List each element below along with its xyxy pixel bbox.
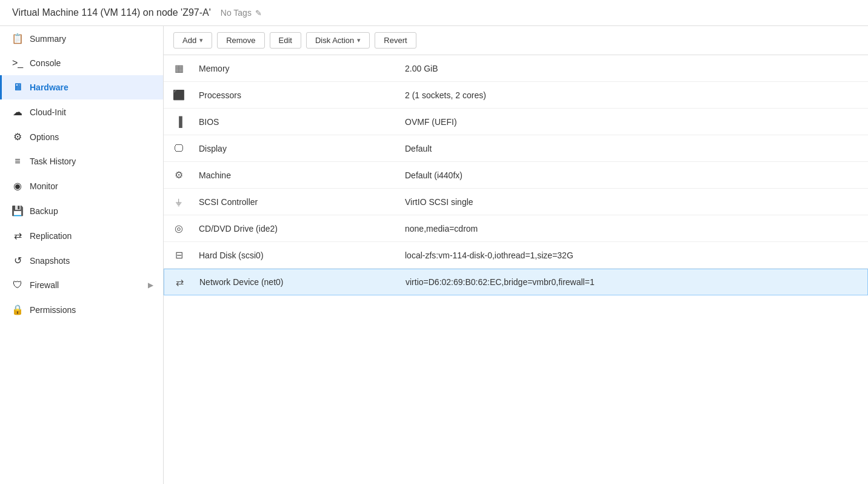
hardware-row-network-device[interactable]: ⇄Network Device (net0)virtio=D6:02:69:B0… — [164, 269, 868, 295]
sidebar-item-snapshots[interactable]: ↺Snapshots — [0, 248, 163, 273]
remove-button[interactable]: Remove — [217, 32, 264, 49]
replication-icon: ⇄ — [12, 230, 24, 241]
hardware-row-processors[interactable]: ⬛Processors2 (1 sockets, 2 cores) — [164, 82, 868, 109]
hardware-table: ▦Memory2.00 GiB⬛Processors2 (1 sockets, … — [164, 55, 868, 484]
add-dropdown-arrow: ▾ — [199, 36, 203, 44]
bios-row-name: BIOS — [194, 111, 400, 133]
scsi-controller-row-name: SCSI Controller — [194, 191, 400, 213]
summary-icon: 📋 — [12, 33, 24, 44]
tags-label: No Tags — [221, 8, 252, 18]
sidebar-item-label-snapshots: Snapshots — [30, 256, 70, 266]
cdvd-drive-row-icon: ◎ — [164, 223, 194, 234]
monitor-icon: ◉ — [12, 180, 24, 192]
sidebar-item-backup[interactable]: 💾Backup — [0, 198, 163, 223]
main-layout: 📋Summary>_Console🖥Hardware☁Cloud-Init⚙Op… — [0, 26, 868, 484]
disk-action-dropdown-arrow: ▾ — [357, 36, 361, 44]
content-area: Add ▾ Remove Edit Disk Action ▾ Revert ▦… — [164, 26, 868, 484]
permissions-icon: 🔒 — [12, 304, 24, 315]
bios-row-value: OVMF (UEFI) — [400, 111, 868, 133]
sidebar-item-firewall[interactable]: 🛡Firewall▶ — [0, 273, 163, 297]
console-icon: >_ — [12, 58, 24, 69]
edit-button[interactable]: Edit — [270, 32, 301, 49]
hardware-row-bios[interactable]: ▐BIOSOVMF (UEFI) — [164, 109, 868, 135]
sidebar-item-label-console: Console — [30, 58, 61, 68]
sidebar-item-label-backup: Backup — [30, 206, 58, 216]
hardware-row-cdvd-drive[interactable]: ◎CD/DVD Drive (ide2)none,media=cdrom — [164, 215, 868, 242]
machine-row-icon: ⚙ — [164, 169, 194, 181]
options-icon: ⚙ — [12, 131, 24, 143]
revert-button[interactable]: Revert — [375, 32, 416, 49]
add-button[interactable]: Add ▾ — [173, 32, 212, 49]
network-device-row-name: Network Device (net0) — [195, 271, 401, 293]
firewall-expand-arrow: ▶ — [148, 281, 153, 289]
scsi-controller-row-icon: ⏚ — [164, 197, 194, 207]
disk-action-button[interactable]: Disk Action ▾ — [306, 32, 370, 49]
scsi-controller-row-value: VirtIO SCSI single — [400, 191, 868, 213]
sidebar-item-replication[interactable]: ⇄Replication — [0, 223, 163, 248]
sidebar-item-label-hardware: Hardware — [30, 82, 68, 92]
sidebar-item-label-task-history: Task History — [30, 156, 76, 166]
hardware-row-memory[interactable]: ▦Memory2.00 GiB — [164, 55, 868, 82]
hardware-row-machine[interactable]: ⚙MachineDefault (i440fx) — [164, 162, 868, 189]
snapshots-icon: ↺ — [12, 255, 24, 266]
processors-row-icon: ⬛ — [164, 89, 194, 101]
sidebar-item-label-permissions: Permissions — [30, 305, 76, 315]
sidebar-item-label-replication: Replication — [30, 231, 72, 241]
processors-row-name: Processors — [194, 84, 400, 106]
hardware-row-display[interactable]: 🖵DisplayDefault — [164, 135, 868, 162]
display-row-value: Default — [400, 138, 868, 160]
tags-edit-icon[interactable]: ✎ — [255, 8, 262, 18]
cdvd-drive-row-value: none,media=cdrom — [400, 218, 868, 240]
firewall-icon: 🛡 — [12, 280, 24, 291]
sidebar-item-task-history[interactable]: ≡Task History — [0, 149, 163, 173]
hard-disk-row-value: local-zfs:vm-114-disk-0,iothread=1,size=… — [400, 244, 868, 266]
sidebar-item-label-summary: Summary — [30, 34, 66, 44]
network-device-row-icon: ⇄ — [164, 277, 195, 288]
tags-section[interactable]: No Tags ✎ — [221, 8, 262, 18]
processors-row-value: 2 (1 sockets, 2 cores) — [400, 84, 868, 106]
sidebar-item-options[interactable]: ⚙Options — [0, 124, 163, 149]
sidebar-item-label-monitor: Monitor — [30, 181, 58, 191]
sidebar-item-cloud-init[interactable]: ☁Cloud-Init — [0, 99, 163, 124]
hard-disk-row-name: Hard Disk (scsi0) — [194, 244, 400, 266]
toolbar: Add ▾ Remove Edit Disk Action ▾ Revert — [164, 26, 868, 55]
display-row-icon: 🖵 — [164, 143, 194, 154]
hardware-row-hard-disk[interactable]: ⊟Hard Disk (scsi0)local-zfs:vm-114-disk-… — [164, 242, 868, 269]
cdvd-drive-row-name: CD/DVD Drive (ide2) — [194, 218, 400, 240]
memory-row-value: 2.00 GiB — [400, 58, 868, 79]
page-header: Virtual Machine 114 (VM 114) on node 'Z9… — [0, 0, 868, 26]
sidebar-item-label-options: Options — [30, 132, 59, 142]
sidebar-item-permissions[interactable]: 🔒Permissions — [0, 297, 163, 322]
sidebar-item-summary[interactable]: 📋Summary — [0, 26, 163, 51]
page-title: Virtual Machine 114 (VM 114) on node 'Z9… — [12, 7, 211, 18]
sidebar-item-monitor[interactable]: ◉Monitor — [0, 173, 163, 198]
task-history-icon: ≡ — [12, 156, 24, 167]
sidebar-item-console[interactable]: >_Console — [0, 51, 163, 75]
machine-row-value: Default (i440fx) — [400, 164, 868, 186]
hard-disk-row-icon: ⊟ — [164, 249, 194, 261]
bios-row-icon: ▐ — [164, 116, 194, 127]
sidebar-item-hardware[interactable]: 🖥Hardware — [0, 75, 163, 99]
cloud-init-icon: ☁ — [12, 106, 24, 118]
machine-row-name: Machine — [194, 164, 400, 186]
sidebar: 📋Summary>_Console🖥Hardware☁Cloud-Init⚙Op… — [0, 26, 164, 484]
display-row-name: Display — [194, 138, 400, 160]
backup-icon: 💾 — [12, 205, 24, 217]
memory-row-name: Memory — [194, 58, 400, 79]
memory-row-icon: ▦ — [164, 62, 194, 74]
network-device-row-value: virtio=D6:02:69:B0:62:EC,bridge=vmbr0,fi… — [401, 271, 867, 293]
hardware-icon: 🖥 — [12, 82, 24, 93]
hardware-row-scsi-controller[interactable]: ⏚SCSI ControllerVirtIO SCSI single — [164, 189, 868, 215]
sidebar-item-label-firewall: Firewall — [30, 280, 59, 290]
sidebar-item-label-cloud-init: Cloud-Init — [30, 107, 66, 117]
